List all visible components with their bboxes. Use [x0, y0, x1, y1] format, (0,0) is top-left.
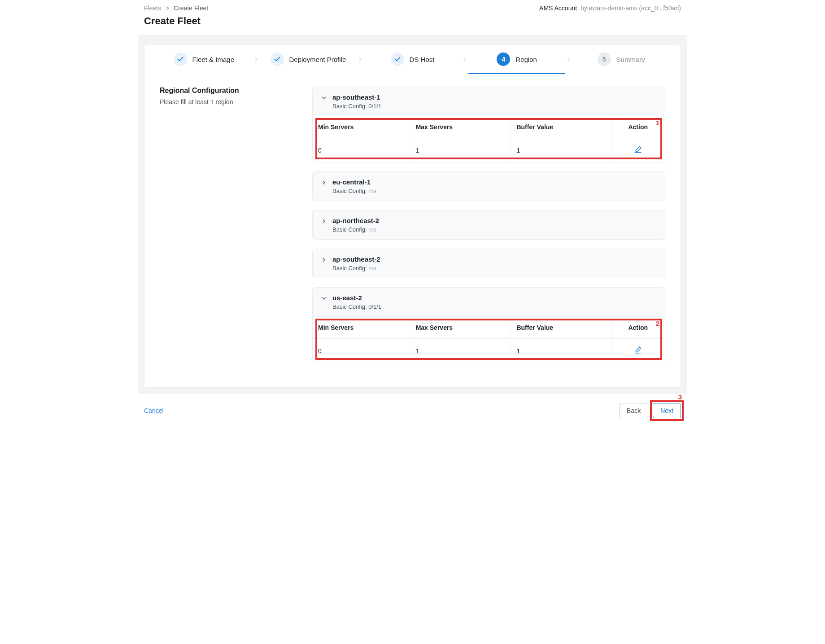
table-row: 011: [313, 138, 665, 162]
section-title: Regional Configuration: [160, 87, 294, 95]
col-header-buffer: Buffer Value: [511, 116, 611, 138]
step-fleet-image[interactable]: Fleet & Image: [155, 53, 253, 74]
chevron-right-icon: [321, 257, 327, 264]
section-subtitle: Please fill at least 1 region: [160, 98, 294, 105]
regions-container: ap-southeast-1Basic Config: 0/1/1Min Ser…: [312, 87, 665, 372]
region-basic-config: Basic Config: n/a: [332, 226, 379, 233]
cell-buffer: 1: [511, 339, 611, 363]
step-number: 4: [497, 53, 510, 66]
next-button[interactable]: Next: [653, 403, 681, 418]
col-header-buffer: Buffer Value: [511, 317, 611, 339]
step-summary: 5Summary: [572, 53, 670, 74]
region-panel-ap-southeast-1: ap-southeast-1Basic Config: 0/1/1Min Ser…: [312, 87, 665, 162]
region-name: us-east-2: [332, 294, 381, 302]
region-header[interactable]: us-east-2Basic Config: 0/1/1: [313, 288, 665, 316]
step-label: Deployment Profile: [289, 56, 346, 63]
region-header[interactable]: ap-southeast-1Basic Config: 0/1/1: [313, 87, 665, 116]
region-basic-config: Basic Config: 0/1/1: [332, 303, 381, 310]
region-name: ap-southeast-2: [332, 255, 380, 263]
step-label: Region: [515, 56, 537, 63]
col-header-max: Max Servers: [410, 116, 511, 138]
region-panel-us-east-2: us-east-2Basic Config: 0/1/1Min ServersM…: [312, 287, 665, 363]
back-button[interactable]: Back: [619, 403, 648, 418]
region-name: ap-southeast-1: [332, 93, 381, 101]
topbar: Fleets > Create Fleet AMS Account: bytew…: [138, 0, 687, 12]
step-label: Fleet & Image: [192, 56, 234, 63]
region-panel-eu-central-1: eu-central-1Basic Config: n/a: [312, 171, 665, 201]
chevron-right-icon: [461, 56, 468, 71]
chevron-right-icon: [565, 56, 572, 71]
chevron-down-icon: [321, 295, 327, 303]
chevron-down-icon: [321, 95, 327, 102]
highlight-number-2: 2: [656, 320, 659, 327]
col-header-min: Min Servers: [313, 317, 410, 339]
check-icon: [391, 53, 404, 66]
cell-action: [611, 138, 665, 162]
region-header[interactable]: ap-northeast-2Basic Config: n/a: [313, 210, 665, 239]
region-panel-ap-northeast-2: ap-northeast-2Basic Config: n/a: [312, 210, 665, 240]
cell-buffer: 1: [511, 138, 611, 162]
check-icon: [174, 53, 187, 66]
chevron-right-icon: [321, 180, 327, 187]
stepper: Fleet & ImageDeployment ProfileDS Host4R…: [144, 45, 681, 74]
cell-action: [611, 339, 665, 363]
cell-min: 0: [313, 138, 410, 162]
region-basic-config: Basic Config: n/a: [332, 188, 376, 194]
breadcrumb-root[interactable]: Fleets: [144, 4, 161, 12]
region-header[interactable]: ap-southeast-2Basic Config: n/a: [313, 249, 665, 278]
col-header-min: Min Servers: [313, 116, 410, 138]
cancel-link[interactable]: Cancel: [144, 407, 164, 414]
ams-value: bytewars-demo-ams (acc_0...f50ad): [581, 4, 681, 12]
page-title: Create Fleet: [138, 12, 687, 35]
step-label: DS Host: [410, 56, 435, 63]
breadcrumb: Fleets > Create Fleet: [144, 4, 208, 12]
step-ds-host[interactable]: DS Host: [364, 53, 461, 74]
chevron-right-icon: [321, 218, 327, 226]
highlight-number-3: 3: [678, 393, 682, 401]
breadcrumb-separator: >: [166, 4, 169, 12]
step-number: 5: [598, 53, 611, 66]
region-basic-config: Basic Config: n/a: [332, 265, 380, 272]
chevron-right-icon: [253, 56, 260, 71]
table-row: 011: [313, 339, 665, 363]
breadcrumb-current: Create Fleet: [174, 4, 208, 12]
col-header-max: Max Servers: [410, 317, 511, 339]
highlight-number-1: 1: [656, 119, 659, 127]
ams-account: AMS Account: bytewars-demo-ams (acc_0...…: [539, 4, 681, 12]
step-deployment-profile[interactable]: Deployment Profile: [260, 53, 357, 74]
step-label: Summary: [616, 56, 645, 63]
ams-label: AMS Account:: [539, 4, 579, 12]
region-panel-ap-southeast-2: ap-southeast-2Basic Config: n/a: [312, 249, 665, 278]
edit-icon[interactable]: [634, 346, 642, 354]
region-header[interactable]: eu-central-1Basic Config: n/a: [313, 172, 665, 201]
edit-icon[interactable]: [634, 145, 642, 153]
region-name: ap-northeast-2: [332, 217, 379, 224]
step-region[interactable]: 4Region: [468, 53, 566, 74]
check-icon: [271, 53, 284, 66]
region-table: Min ServersMax ServersBuffer ValueAction…: [313, 316, 665, 363]
cell-max: 1: [410, 138, 511, 162]
chevron-right-icon: [357, 56, 364, 71]
region-basic-config: Basic Config: 0/1/1: [332, 103, 381, 110]
cell-min: 0: [313, 339, 410, 363]
region-table: Min ServersMax ServersBuffer ValueAction…: [313, 116, 665, 162]
footer: Cancel Back Next 3: [138, 394, 687, 427]
cell-max: 1: [410, 339, 511, 363]
region-name: eu-central-1: [332, 178, 376, 186]
